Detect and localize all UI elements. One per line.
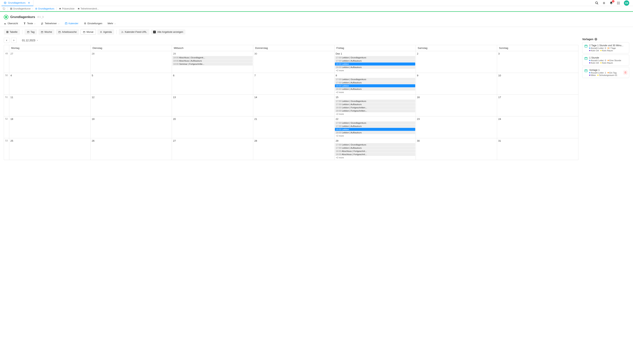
calendar-cell[interactable]: 23: [416, 116, 497, 138]
help-icon[interactable]: ?: [594, 38, 597, 40]
calendar-cell[interactable]: 11: [9, 95, 91, 116]
calendar-event[interactable]: 18:00 Lektion | Fortgeschritten...: [335, 106, 415, 109]
view-workweek-button[interactable]: Arbeitswoche: [56, 29, 79, 35]
calendar-cell[interactable]: 7: [253, 73, 334, 95]
calendar-event[interactable]: 18:00 Abschluss | Grundlagenk...: [172, 56, 253, 59]
calendar-cell[interactable]: 2918:00 Abschluss | Grundlagenk...18:00 …: [172, 51, 253, 73]
calendar-cell[interactable]: 2217:00 Lektion | Grundlagenkurs17:00 Le…: [334, 116, 416, 138]
calendar-event[interactable]: 17:00 Lektion | Aufbaukurs: [335, 124, 415, 128]
calendar-cell[interactable]: 19: [91, 116, 172, 138]
template-card[interactable]: 1 StundeAnzahl Leiter: 0Eine StundeKein …: [582, 54, 629, 66]
more-events-link[interactable]: +2 more: [335, 91, 415, 94]
calendar-event[interactable]: 17:00 Lektion | Grundlagenkurs: [335, 122, 415, 124]
search-icon[interactable]: [595, 1, 598, 5]
calendar-cell[interactable]: 30: [416, 138, 497, 160]
calendar-cell[interactable]: 10: [497, 73, 578, 95]
calendar-event[interactable]: 17:00 Lektion | Aufbaukurs: [335, 146, 415, 150]
more-events-link[interactable]: +2 more: [335, 69, 415, 72]
calendar-cell[interactable]: 13: [172, 95, 253, 116]
calendar-event[interactable]: 17:00 Lektion | Grundlagenkurs: [335, 78, 415, 81]
cal-prev-button[interactable]: [4, 38, 10, 43]
calendar-event[interactable]: 18:00 Lektion: [335, 84, 415, 87]
nav-settings[interactable]: Einstellungen: [84, 22, 102, 25]
breadcrumb-item[interactable]: Teilnehmendenli...: [76, 8, 100, 10]
apps-grid-icon[interactable]: [617, 1, 620, 5]
view-week-button[interactable]: Woche: [39, 29, 54, 35]
history-back-icon[interactable]: [2, 8, 7, 10]
calendar-event[interactable]: 17:00 Lektion | Grundlagenkurs: [335, 143, 415, 146]
nav-texts[interactable]: Texte⌄: [23, 22, 36, 25]
calendar-event[interactable]: 18:00 Lektion: [335, 128, 415, 131]
calendar-cell[interactable]: 30: [253, 51, 334, 73]
calendar-event[interactable]: 18:00 Lektion | Aufbaukurs: [335, 131, 415, 134]
calendar-event[interactable]: 18:00 Lektion | Aufbaukurs: [335, 66, 415, 69]
calendar-header: 01.12.2023: [4, 37, 578, 45]
view-month-button[interactable]: Monat: [81, 29, 96, 35]
feed-url-button[interactable]: Kalender-Feed-URL: [119, 29, 149, 35]
breadcrumb-item[interactable]: Präsenzliste: [58, 8, 76, 10]
user-avatar[interactable]: CB: [624, 0, 629, 6]
calendar-event[interactable]: 18:00 Lektion | Fortgeschritten...: [335, 109, 415, 112]
calendar-cell[interactable]: 1517:00 Lektion | Grundlagenkurs17:00 Le…: [334, 95, 416, 116]
calendar-cell[interactable]: 16: [416, 95, 497, 116]
breadcrumb-item[interactable]: Grundlagenkurse: [9, 8, 32, 10]
calendar-cell[interactable]: 817:00 Lektion | Grundlagenkurs17:00 Lek…: [334, 73, 416, 95]
app-tab[interactable]: Grundlagenkurs ✕: [2, 0, 33, 6]
calendar-cell[interactable]: 6: [172, 73, 253, 95]
template-card[interactable]: 2 Tage 1 Stunde und 30 Minu...Anzahl Lei…: [582, 42, 629, 54]
calendar-cell[interactable]: 28: [253, 138, 334, 160]
calendar-cell[interactable]: 17: [497, 95, 578, 116]
calendar-cell[interactable]: 2: [416, 51, 497, 73]
calendar-cell[interactable]: 5: [91, 73, 172, 95]
calendar-cell[interactable]: 24: [497, 116, 578, 138]
calendar-cell[interactable]: 25: [9, 138, 91, 160]
show-all-toggle[interactable]: ✓Alle Angebote anzeigen: [151, 29, 186, 34]
more-events-link[interactable]: +2 more: [335, 156, 415, 159]
calendar-event[interactable]: 17:00 Lektion | Grundlagenkurs: [335, 56, 415, 59]
view-day-button[interactable]: Tag: [25, 29, 37, 35]
cal-date-picker[interactable]: 01.12.2023: [18, 39, 38, 42]
view-table-button[interactable]: Tabelle: [4, 29, 20, 35]
calendar-grid: Montag Dienstag Mittwoch Donnerstag Frei…: [4, 45, 578, 160]
calendar-cell[interactable]: 31: [497, 138, 578, 160]
calendar-event[interactable]: 17:00 Lektion | Aufbaukurs: [335, 59, 415, 62]
calendar-cell[interactable]: 14: [253, 95, 334, 116]
template-card[interactable]: Vorlage 1Anzahl Leiter: 1Ein TagWienSchu…: [582, 67, 629, 78]
nav-overview[interactable]: Übersicht: [4, 22, 18, 25]
add-icon[interactable]: [602, 1, 606, 5]
cal-next-button[interactable]: [11, 38, 17, 43]
nav-more[interactable]: Mehr⌄: [108, 22, 116, 25]
calendar-cell[interactable]: 21: [253, 116, 334, 138]
calendar-event[interactable]: 17:00 Lektion | Aufbaukurs: [335, 81, 415, 84]
calendar-cell[interactable]: 27: [172, 138, 253, 160]
calendar-event[interactable]: 18:00 Abschluss | Fortgeschrit...: [335, 150, 415, 153]
calendar-cell[interactable]: 9: [416, 73, 497, 95]
calendar-cell[interactable]: 27: [9, 51, 91, 73]
calendar-cell[interactable]: 2917:00 Lektion | Grundlagenkurs17:00 Le…: [334, 138, 416, 160]
tab-close-button[interactable]: ✕: [27, 1, 31, 4]
calendar-cell[interactable]: 12: [91, 95, 172, 116]
calendar-event[interactable]: 17:00 Lektion | Grundlagenkurs: [335, 100, 415, 103]
nav-calendar[interactable]: Kalender: [65, 22, 79, 25]
calendar-cell[interactable]: 28: [91, 51, 172, 73]
calendar-event[interactable]: 18:00 Abschluss | Fortgeschrit...: [335, 153, 415, 156]
delete-template-button[interactable]: [623, 70, 627, 74]
bell-icon[interactable]: 1: [609, 1, 613, 5]
calendar-cell[interactable]: 20: [172, 116, 253, 138]
calendar-cell[interactable]: 26: [91, 138, 172, 160]
calendar-cell[interactable]: 4: [9, 73, 91, 95]
breadcrumb-item-active[interactable]: Grundlagenkurs: [34, 8, 55, 10]
calendar-cell[interactable]: 18: [9, 116, 91, 138]
calendar-event[interactable]: 18:00 Lektion: [335, 62, 415, 66]
calendar-event[interactable]: 18:00 Abschluss | Aufbaukurs: [172, 59, 253, 62]
cell-date: 18: [10, 117, 90, 121]
more-events-link[interactable]: +2 more: [335, 134, 415, 137]
calendar-cell[interactable]: Dez 117:00 Lektion | Grundlagenkurs17:00…: [334, 51, 416, 73]
view-agenda-button[interactable]: Agenda: [98, 29, 114, 35]
nav-participants[interactable]: Teilnehmer⌄: [41, 22, 60, 25]
calendar-event[interactable]: 17:00 Lektion | Aufbaukurs: [335, 103, 415, 106]
more-events-link[interactable]: +2 more: [335, 112, 415, 116]
calendar-cell[interactable]: 3: [497, 51, 578, 73]
calendar-event[interactable]: 18:00 Seminar | Fortgeschritte...: [172, 62, 253, 66]
calendar-event[interactable]: 18:00 Lektion | Aufbaukurs: [335, 88, 415, 90]
